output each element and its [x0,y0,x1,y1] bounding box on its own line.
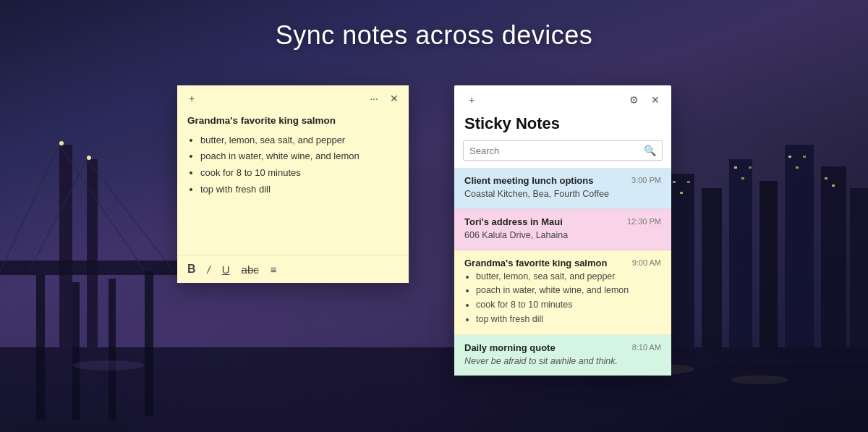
note-card-body: Never be afraid to sit awhile and think. [464,355,661,368]
note-content: Grandma's favorite king salmon butter, l… [177,110,409,255]
note-toolbar: B / U abc ≡ [177,255,409,283]
note-card-header: Tori's address in Maui 12:30 PM [464,216,661,227]
notes-panel: + ⚙ ✕ Sticky Notes 🔍 Client meeting lunc… [454,85,671,376]
note-card-2[interactable]: Tori's address in Maui 12:30 PM 606 Kalu… [454,209,671,250]
note-card-header: Daily morning quote 8:10 AM [464,342,661,353]
note-content-title: Grandma's favorite king salmon [187,113,399,129]
page-title: Sync notes across devices [0,20,868,51]
panel-titlebar-right: ⚙ ✕ [626,93,663,107]
panel-settings-button[interactable]: ⚙ [626,93,641,107]
notes-list: Client meeting lunch options 3:00 PM Coa… [454,168,671,376]
bridge-overlay [0,0,868,432]
bold-button[interactable]: B [187,263,196,276]
list-item: poach in water, white wine, and lemon [476,284,661,297]
note-card-body: 606 Kalula Drive, Lahaina [464,229,661,242]
note-card-time: 12:30 PM [627,217,661,226]
note-titlebar: + ··· ✕ [177,85,409,110]
list-button[interactable]: ≡ [271,263,277,276]
note-more-button[interactable]: ··· [367,91,381,106]
note-close-button[interactable]: ✕ [387,91,401,106]
list-item: butter, lemon, sea salt, and pepper [200,133,399,148]
note-card-title: Grandma's favorite king salmon [464,258,632,268]
note-window: + ··· ✕ Grandma's favorite king salmon b… [177,85,409,283]
note-add-button[interactable]: + [184,91,199,106]
search-icon: 🔍 [644,145,656,156]
panel-titlebar: + ⚙ ✕ [454,85,671,113]
italic-button[interactable]: / [208,263,210,276]
note-card-1[interactable]: Client meeting lunch options 3:00 PM Coa… [454,168,671,209]
note-card-title: Client meeting lunch options [464,175,631,186]
note-card-time: 8:10 AM [632,343,661,352]
note-titlebar-left: + [184,91,199,106]
panel-add-button[interactable]: + [464,93,479,107]
note-card-title: Daily morning quote [464,342,632,353]
list-item: cook for 8 to 10 minutes [476,298,661,312]
list-item: butter, lemon, sea salt, and pepper [476,270,661,284]
note-titlebar-right: ··· ✕ [367,91,401,106]
search-input[interactable] [469,145,644,156]
note-card-header: Client meeting lunch options 3:00 PM [464,175,661,186]
note-content-list: butter, lemon, sea salt, and pepper poac… [187,133,399,198]
underline-button[interactable]: U [222,263,230,276]
note-card-title: Tori's address in Maui [464,216,627,227]
note-card-3[interactable]: Grandma's favorite king salmon 9:00 AM b… [454,250,671,335]
note-card-body-list: butter, lemon, sea salt, and pepper poac… [464,270,661,326]
panel-close-button[interactable]: ✕ [648,93,663,107]
note-card-4[interactable]: Daily morning quote 8:10 AM Never be afr… [454,335,671,376]
list-item: cook for 8 to 10 minutes [200,166,399,181]
list-item: top with fresh dill [476,313,661,326]
note-card-time: 3:00 PM [631,176,661,185]
panel-search[interactable]: 🔍 [463,140,663,161]
note-card-body: Coastal Kitchen, Bea, Fourth Coffee [464,187,661,201]
note-card-time: 9:00 AM [632,258,661,267]
strikethrough-button[interactable]: abc [242,263,259,276]
list-item: poach in water, white wine, and lemon [200,149,399,164]
panel-title: Sticky Notes [454,113,671,140]
list-item: top with fresh dill [200,182,399,198]
note-card-header: Grandma's favorite king salmon 9:00 AM [464,258,661,268]
